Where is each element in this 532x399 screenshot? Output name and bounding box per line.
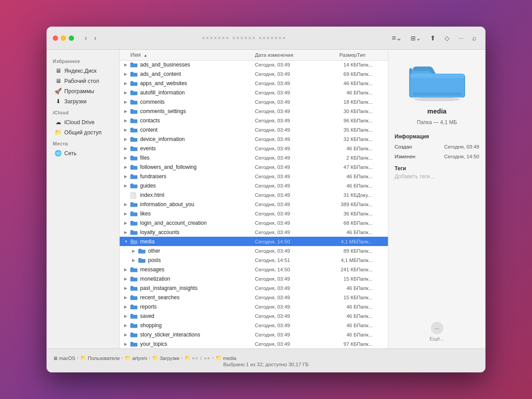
more-actions-button[interactable]: ··· xyxy=(456,33,466,43)
table-row[interactable]: ▶ messages Сегодня, 14:50 241 КБ Папк... xyxy=(120,265,388,274)
svg-rect-4 xyxy=(130,91,137,95)
table-row[interactable]: ▶ story_sticker_interactions Сегодня, 03… xyxy=(120,330,388,339)
expand-icon[interactable]: ▶ xyxy=(124,267,130,272)
sidebar-item-downloads[interactable]: ⬇ Загрузки xyxy=(48,96,117,106)
minimize-button[interactable] xyxy=(61,35,66,41)
grid-view-button[interactable]: ⊞⌄ xyxy=(408,33,424,43)
expand-icon[interactable]: ▶ xyxy=(124,118,130,123)
col-type-header[interactable]: Тип xyxy=(357,52,383,58)
expand-icon[interactable]: ▶ xyxy=(124,314,130,318)
expand-icon[interactable]: ▶ xyxy=(132,249,138,253)
forward-button[interactable]: › xyxy=(91,33,99,43)
table-row[interactable]: ▶ other Сегодня, 03:49 89 КБ Папк... xyxy=(120,246,388,255)
svg-rect-15 xyxy=(130,203,137,207)
expand-icon[interactable]: ▶ xyxy=(124,81,130,86)
expand-icon[interactable]: ▶ xyxy=(124,137,130,141)
add-tags-field[interactable]: Добавить теги… xyxy=(395,173,479,180)
back-button[interactable]: ‹ xyxy=(82,33,90,43)
bc-artyom[interactable]: 📁 artyom xyxy=(125,355,147,361)
col-name-header[interactable]: Имя ▲ xyxy=(130,52,255,58)
folder-icon xyxy=(130,127,138,133)
table-row[interactable]: ▶ past_instagram_insights Сегодня, 03:49… xyxy=(120,283,388,293)
sidebar-item-network[interactable]: 🌐 Сеть xyxy=(48,148,117,158)
table-row[interactable]: index.html Сегодня, 03:49 31 КБ Доку... xyxy=(120,190,388,200)
table-row[interactable]: ▶ likes Сегодня, 03:49 36 КБ Папк... xyxy=(120,209,388,218)
expand-icon[interactable]: ▶ xyxy=(124,146,130,151)
table-row[interactable]: ▶ ads_and_businesses Сегодня, 03:49 14 К… xyxy=(120,61,388,69)
table-row[interactable]: ▶ guides Сегодня, 03:49 46 Б Папк... xyxy=(120,181,388,190)
table-row[interactable]: ▶ login_and_account_creation Сегодня, 03… xyxy=(120,218,388,227)
table-row[interactable]: ▶ contacts Сегодня, 03:49 96 КБ Папк... xyxy=(120,116,388,125)
expand-icon[interactable]: ▶ xyxy=(124,286,130,290)
expand-icon[interactable]: ▶ xyxy=(124,295,130,300)
expand-icon[interactable]: ▶ xyxy=(124,332,130,337)
table-row[interactable]: ▶ reports Сегодня, 03:49 46 Б Папк... xyxy=(120,302,388,311)
sidebar-item-yandex-disk[interactable]: 🖥 Яндекс.Диск xyxy=(48,66,117,76)
table-row[interactable]: ▶ followers_and_following Сегодня, 03:49… xyxy=(120,162,388,172)
collapse-icon[interactable]: ▼ xyxy=(124,239,130,244)
more-circle-button[interactable]: ··· xyxy=(431,322,443,334)
table-row[interactable]: ▶ apps_and_websites Сегодня, 03:49 46 КБ… xyxy=(120,78,388,88)
tag-button[interactable]: ◇ xyxy=(442,33,452,43)
table-row[interactable]: ▶ device_information Сегодня, 03:49 32 К… xyxy=(120,134,388,144)
table-row[interactable]: ▶ loyalty_accounts Сегодня, 03:49 46 Б П… xyxy=(120,227,388,237)
expand-icon[interactable]: ▶ xyxy=(124,109,130,113)
table-row[interactable]: ▶ information_about_you Сегодня, 03:49 3… xyxy=(120,200,388,209)
expand-icon[interactable]: ▶ xyxy=(124,165,130,169)
sidebar-item-desktop[interactable]: 🖥 Рабочий стол xyxy=(48,76,117,86)
network-icon: 🌐 xyxy=(55,150,62,156)
file-size: 389 КБ xyxy=(321,202,357,207)
bc-media[interactable]: 📁 media xyxy=(215,355,236,361)
svg-rect-30 xyxy=(130,343,137,346)
expand-icon[interactable]: ▶ xyxy=(132,258,138,262)
table-row[interactable]: ▶ ads_and_content Сегодня, 03:49 69 КБ П… xyxy=(120,69,388,78)
table-row[interactable]: ▼ media Сегодня, 14:50 4,1 МБ Папк... xyxy=(120,237,388,246)
expand-icon[interactable]: ▶ xyxy=(124,72,130,76)
sidebar-item-icloud-drive[interactable]: ☁ iCloud Drive xyxy=(48,117,117,127)
sidebar-item-programs[interactable]: 🚀 Программы xyxy=(48,86,117,96)
table-row[interactable]: ▶ content Сегодня, 03:49 35 КБ Папк... xyxy=(120,125,388,134)
expand-icon[interactable]: ▶ xyxy=(124,174,130,179)
list-view-button[interactable]: ≡⌄ xyxy=(389,32,404,43)
expand-icon[interactable]: ▶ xyxy=(124,128,130,132)
table-row[interactable]: ▶ your_topics Сегодня, 03:49 97 КБ Папк.… xyxy=(120,339,388,348)
expand-icon[interactable]: ▶ xyxy=(124,63,130,67)
table-row[interactable]: ▶ comments Сегодня, 03:49 18 КБ Папк... xyxy=(120,97,388,106)
table-row[interactable]: ▶ posts Сегодня, 14:51 4,1 МБ Папк... xyxy=(120,255,388,265)
expand-icon[interactable]: ▶ xyxy=(124,184,130,188)
bc-macos[interactable]: 🖥 macOS xyxy=(53,356,75,361)
table-row[interactable]: ▶ autofill_information Сегодня, 03:49 46… xyxy=(120,88,388,97)
fullscreen-button[interactable] xyxy=(69,35,74,41)
expand-icon[interactable]: ▶ xyxy=(124,323,130,328)
expand-icon[interactable]: ▶ xyxy=(124,156,130,160)
expand-icon[interactable]: ▶ xyxy=(124,342,130,346)
table-row[interactable]: ▶ events Сегодня, 03:49 46 Б Папк... xyxy=(120,144,388,153)
bc-users[interactable]: 📁 Пользователи xyxy=(80,355,120,361)
file-size: 46 Б xyxy=(321,230,357,235)
col-size-header[interactable]: Размер xyxy=(321,52,357,58)
close-button[interactable] xyxy=(53,35,58,41)
users-folder-icon: 📁 xyxy=(80,355,86,361)
bc-archive[interactable]: 📁 ×× / ×× xyxy=(184,355,211,361)
table-row[interactable]: ▶ recent_searches Сегодня, 03:49 15 КБ П… xyxy=(120,293,388,302)
expand-icon[interactable]: ▶ xyxy=(124,90,130,95)
table-row[interactable]: ▶ saved Сегодня, 03:49 46 Б Папк... xyxy=(120,311,388,321)
expand-icon[interactable]: ▶ xyxy=(124,221,130,225)
expand-icon[interactable]: ▶ xyxy=(124,202,130,207)
expand-icon[interactable]: ▶ xyxy=(124,100,130,104)
sidebar-item-shared[interactable]: 📁 Общий доступ xyxy=(48,127,117,137)
created-value: Сегодня, 03:49 xyxy=(444,144,479,149)
table-row[interactable]: ▶ fundraisers Сегодня, 03:49 46 Б Папк..… xyxy=(120,172,388,181)
table-row[interactable]: ▶ monetization Сегодня, 03:49 15 КБ Папк… xyxy=(120,274,388,283)
expand-icon[interactable]: ▶ xyxy=(124,211,130,216)
expand-icon[interactable]: ▶ xyxy=(124,305,130,309)
col-date-header[interactable]: Дата изменения xyxy=(255,52,321,58)
expand-icon[interactable]: ▶ xyxy=(124,277,130,281)
table-row[interactable]: ▶ comments_settings Сегодня, 03:49 30 КБ… xyxy=(120,106,388,116)
search-button[interactable]: ⌕ xyxy=(469,33,479,43)
expand-icon[interactable]: ▶ xyxy=(124,230,130,235)
share-button[interactable]: ⬆ xyxy=(427,33,438,43)
table-row[interactable]: ▶ files Сегодня, 03:49 2 КБ Папк... xyxy=(120,153,388,162)
table-row[interactable]: ▶ shopping Сегодня, 03:49 46 Б Папк... xyxy=(120,321,388,330)
bc-downloads[interactable]: 📁 Загрузки xyxy=(152,355,179,361)
